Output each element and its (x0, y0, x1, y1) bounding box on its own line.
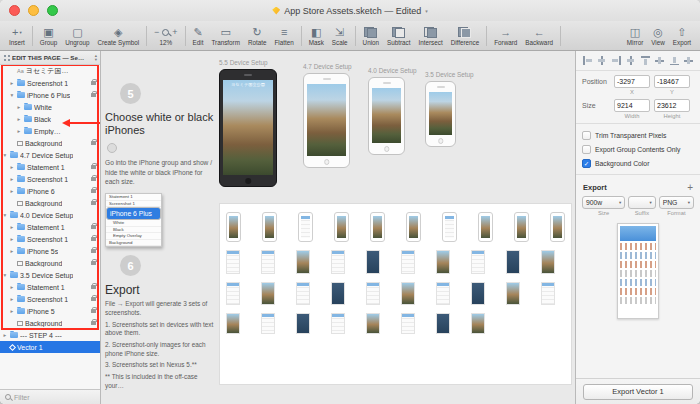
toolbar-ungroup-button[interactable]: ▢Ungroup (61, 21, 93, 50)
screenshot-thumbnail[interactable] (262, 212, 277, 242)
screenshot-thumbnail[interactable] (226, 282, 240, 305)
toolbar-backward-button[interactable]: ←Backward (521, 21, 557, 50)
toolbar-mask-button[interactable]: ◧Mask (305, 21, 328, 50)
disclosure-icon[interactable]: ▾ (9, 92, 15, 98)
checkbox-export-group-contents-only[interactable] (582, 145, 591, 154)
add-export-button[interactable]: + (687, 182, 693, 193)
disclosure-icon[interactable]: ▸ (16, 116, 22, 122)
screenshot-thumbnail[interactable] (436, 250, 450, 274)
screenshot-thumbnail[interactable] (550, 212, 565, 242)
screenshot-thumbnail[interactable] (296, 250, 310, 274)
export-button[interactable]: Export Vector 1 (583, 384, 693, 400)
align-left-icon[interactable] (583, 56, 592, 65)
toolbar-insert-button[interactable]: +▾Insert (5, 21, 29, 50)
toolbar-transform-button[interactable]: ▭Transform (207, 21, 243, 50)
disclosure-icon[interactable]: ▾ (2, 152, 8, 158)
canvas[interactable]: 5 Choose white or black iPhones Go into … (101, 51, 575, 404)
layer-row-empty[interactable]: ▸Empty… (0, 125, 100, 137)
layer-row-3-5-device-setup[interactable]: ▾3.5 Device Setup (0, 269, 100, 281)
toolbar-rotate-button[interactable]: ↻Rotate (244, 21, 271, 50)
toolbar-mirror-button[interactable]: ◫Mirror (623, 21, 647, 50)
position-x-field[interactable]: -3297 (614, 75, 650, 88)
checkbox-background-color[interactable]: ✓ (582, 159, 591, 168)
export-suffix-select[interactable]: ▾ (628, 196, 655, 209)
screenshot-thumbnail[interactable] (436, 282, 450, 305)
title-caret-icon[interactable]: ▾ (425, 8, 428, 14)
minimize-button[interactable] (28, 5, 39, 16)
screenshot-thumbnail[interactable] (298, 212, 313, 242)
export-format-select[interactable]: PNG ▾ (659, 196, 694, 209)
size-width-field[interactable]: 9214 (614, 99, 650, 112)
disclosure-icon[interactable]: ▸ (9, 224, 15, 230)
layer-row-iphone-6[interactable]: ▸iPhone 6 (0, 185, 100, 197)
toolbar-create-symbol-button[interactable]: ◈Create Symbol (93, 21, 143, 50)
screenshot-thumbnail[interactable] (471, 313, 485, 334)
screenshot-thumbnail[interactable] (514, 212, 529, 242)
screenshot-thumbnail[interactable] (406, 212, 421, 242)
screenshot-thumbnail[interactable] (261, 250, 275, 274)
screenshot-thumbnail[interactable] (478, 212, 493, 242)
toolbar-group-button[interactable]: ▣Group (36, 21, 62, 50)
layer-row-background[interactable]: Background (0, 317, 100, 329)
filter-input[interactable]: Filter (14, 394, 30, 401)
align-bottom-icon[interactable] (670, 56, 679, 65)
screenshot-thumbnail[interactable] (366, 282, 380, 305)
size-height-field[interactable]: 23612 (654, 99, 690, 112)
distribute-vertical-icon[interactable] (684, 56, 693, 65)
layer-row-screenshot-1[interactable]: ▸Screenshot 1 (0, 293, 100, 305)
toolbar-subtract-button[interactable]: Subtract (383, 21, 414, 50)
toolbar-union-button[interactable]: Union (359, 21, 383, 50)
pages-grid-icon[interactable] (4, 55, 6, 57)
close-button[interactable] (9, 5, 20, 16)
toolbar-export-button[interactable]: ⇧Export (669, 21, 695, 50)
screenshot-thumbnail[interactable] (541, 250, 555, 274)
layer-row-screenshot-1[interactable]: ▸Screenshot 1 (0, 173, 100, 185)
layer-row-background[interactable]: Background (0, 257, 100, 269)
screenshot-thumbnail[interactable] (331, 282, 345, 305)
layer-row-white[interactable]: ▸White (0, 101, 100, 113)
screenshot-thumbnail[interactable] (226, 212, 241, 242)
iphone-mockup[interactable]: ヨセミテ国立公園 (219, 69, 277, 187)
iphone-mockup[interactable] (368, 77, 405, 155)
layer-row-iphone-5[interactable]: ▸iPhone 5 (0, 305, 100, 317)
layer-row-item[interactable]: Aaヨセミテ国… (0, 65, 100, 77)
page-stepper[interactable]: ▴▾ (95, 54, 97, 61)
layer-row-black[interactable]: ▸Black (0, 113, 100, 125)
disclosure-icon[interactable]: ▸ (2, 332, 8, 338)
layer-row-statement-1[interactable]: ▸Statement 1 (0, 281, 100, 293)
screenshot-thumbnail[interactable] (366, 250, 380, 274)
checkbox-trim-transparent-pixels[interactable] (582, 131, 591, 140)
disclosure-icon[interactable]: ▸ (9, 296, 15, 302)
screenshot-thumbnail[interactable] (226, 313, 240, 334)
screenshot-thumbnail[interactable] (370, 212, 385, 242)
screenshot-thumbnail[interactable] (331, 250, 345, 274)
screenshot-thumbnail[interactable] (261, 313, 275, 334)
screenshot-thumbnail[interactable] (296, 282, 310, 305)
toolbar-forward-button[interactable]: →Forward (490, 21, 521, 50)
screenshot-thumbnail[interactable] (442, 212, 457, 242)
screenshot-thumbnail[interactable] (261, 282, 275, 305)
disclosure-icon[interactable]: ▸ (9, 308, 15, 314)
toolbar-intersect-button[interactable]: Intersect (414, 21, 446, 50)
screenshot-thumbnail[interactable] (401, 313, 415, 334)
screenshot-thumbnail[interactable] (401, 282, 415, 305)
iphone-mockup[interactable] (425, 81, 456, 147)
disclosure-icon[interactable]: ▸ (16, 104, 22, 110)
disclosure-icon[interactable]: ▸ (9, 236, 15, 242)
disclosure-icon[interactable]: ▸ (9, 164, 15, 170)
disclosure-icon[interactable]: ▸ (9, 188, 15, 194)
screenshot-thumbnail[interactable] (506, 282, 520, 305)
screenshot-thumbnail[interactable] (506, 250, 520, 274)
artboard-title[interactable]: 4.0 Device Setup (368, 67, 417, 74)
page-selector[interactable]: EDIT THIS PAGE — Se… ▴▾ (0, 51, 100, 65)
position-y-field[interactable]: -18467 (654, 75, 690, 88)
layer-row-iphone-6-plus[interactable]: ▾iPhone 6 Plus (0, 89, 100, 101)
screenshot-thumbnail[interactable] (401, 250, 415, 274)
zoom-out-button[interactable]: − (154, 27, 159, 37)
disclosure-icon[interactable]: ▸ (16, 128, 22, 134)
layer-row-background[interactable]: Background (0, 197, 100, 209)
toolbar-difference-button[interactable]: Difference (447, 21, 484, 50)
disclosure-icon[interactable]: ▸ (9, 80, 15, 86)
screenshot-thumbnail[interactable] (226, 250, 240, 274)
screenshot-thumbnail[interactable] (471, 250, 485, 274)
